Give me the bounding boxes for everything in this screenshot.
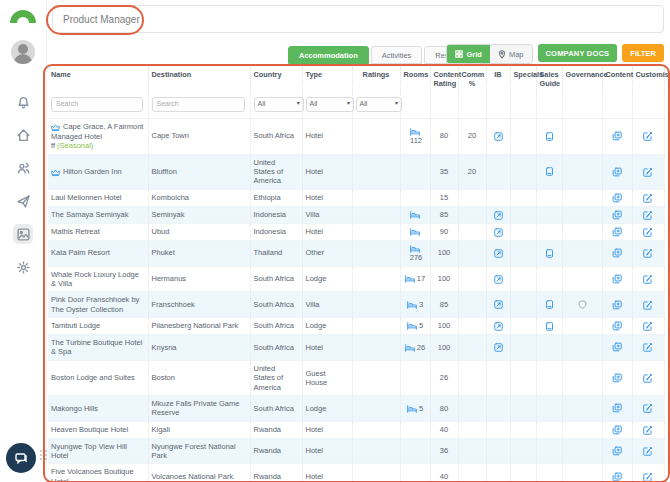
customise-cell[interactable] [632,318,664,335]
rooms-count: 26 [417,343,425,352]
customise-cell[interactable] [632,395,664,421]
customise-cell[interactable] [632,266,664,292]
ib-cell[interactable] [486,318,510,335]
column-header-governance[interactable]: Governance [562,67,602,93]
country-cell: Rwanda [250,438,302,464]
sales-guide-cell[interactable] [536,118,562,154]
ib-cell[interactable] [486,292,510,318]
hotel-name-cell[interactable]: The Turbine Boutique Hotel & Spa [48,335,148,361]
type-select[interactable]: All▾ [306,97,354,112]
table-row: Nyungwe Top View Hill HotelNyungwe Fores… [48,438,664,464]
customise-cell[interactable] [632,118,664,154]
content-cell[interactable] [602,421,632,438]
column-header-comm-[interactable]: Comm % [458,67,486,93]
search-input[interactable]: Product Manager [52,5,664,33]
chat-icon[interactable] [6,443,36,473]
customise-cell[interactable] [632,292,664,318]
customise-cell[interactable] [632,189,664,206]
gallery-icon[interactable] [13,224,33,244]
content-cell[interactable] [602,154,632,189]
hotel-name-cell[interactable]: Boston Lodge and Suites [48,360,148,395]
sales-guide-cell[interactable] [536,318,562,335]
avatar[interactable] [11,40,35,64]
sales-guide-cell[interactable] [536,240,562,266]
column-header-ib[interactable]: IB [486,67,510,93]
column-header-destination[interactable]: Destination [148,67,250,93]
home-icon[interactable] [13,125,33,145]
customise-cell[interactable] [632,240,664,266]
users-icon[interactable] [13,158,33,178]
content-cell[interactable] [602,360,632,395]
tab-activities[interactable]: Activities [371,46,423,64]
hotel-name-cell[interactable]: Mathis Retreat [48,223,148,240]
content-cell[interactable] [602,223,632,240]
hotel-name-cell[interactable]: Nyungwe Top View Hill Hotel [48,438,148,464]
hotel-name-cell[interactable]: Laul Melionnen Hotel [48,189,148,206]
hotel-name-cell[interactable]: The Samaya Seminyak [48,206,148,223]
sales-guide-cell[interactable] [536,154,562,189]
hotel-name-cell[interactable]: Heaven Boutique Hotel [48,421,148,438]
column-header-customise[interactable]: Customise [632,67,664,93]
ib-cell[interactable] [486,240,510,266]
ib-cell[interactable] [486,206,510,223]
drag-handle[interactable] [40,450,48,460]
hotel-name-cell[interactable]: Hilton Garden Inn [48,154,148,189]
content-cell[interactable] [602,266,632,292]
destination-search-input[interactable]: Search [152,97,245,112]
hotel-name-cell[interactable]: Cape Grace, A Fairmont Managed Hotel ff(… [48,118,148,154]
grid-view-button[interactable]: Grid [447,45,489,63]
hotel-name: Nyungwe Top View Hill Hotel [51,442,127,460]
content-cell[interactable] [602,395,632,421]
filter-button[interactable]: FILTER [622,44,664,62]
column-header-content[interactable]: Content [602,67,632,93]
column-header-ratings[interactable]: Ratings [352,67,400,93]
content-icon [612,193,622,202]
customise-cell[interactable] [632,360,664,395]
hotel-name-cell[interactable]: Kata Palm Resort [48,240,148,266]
hotel-name-cell[interactable]: Five Volcanoes Boutique Hotel [48,464,148,482]
column-header-type[interactable]: Type [302,67,352,93]
country-select[interactable]: All▾ [254,97,304,112]
customise-cell[interactable] [632,421,664,438]
customise-cell[interactable] [632,438,664,464]
content-cell[interactable] [602,438,632,464]
column-header-country[interactable]: Country [250,67,302,93]
content-cell[interactable] [602,118,632,154]
app-window: Product Manager Accommodation Activities… [0,0,670,482]
column-header-content-rating[interactable]: Content Rating [430,67,458,93]
customise-cell[interactable] [632,154,664,189]
content-cell[interactable] [602,206,632,223]
content-cell[interactable] [602,318,632,335]
name-search-input[interactable]: Search [51,97,143,112]
company-docs-button[interactable]: COMPANY DOCS [538,44,618,62]
ib-cell[interactable] [486,118,510,154]
gear-icon[interactable] [13,257,33,277]
content-cell[interactable] [602,335,632,361]
content-cell[interactable] [602,240,632,266]
customise-cell[interactable] [632,223,664,240]
bell-icon[interactable] [13,92,33,112]
column-header-specials[interactable]: Specials [510,67,536,93]
column-header-name[interactable]: Name [48,67,148,93]
customise-cell[interactable] [632,206,664,223]
customise-cell[interactable] [632,464,664,482]
hotel-name-cell[interactable]: Pink Door Franschhoek by The Oyster Coll… [48,292,148,318]
column-header-rooms[interactable]: Rooms [400,67,430,93]
send-icon[interactable] [13,191,33,211]
map-view-button[interactable]: Map [490,45,532,63]
content-cell[interactable] [602,292,632,318]
ratings-select[interactable]: All▾ [356,97,403,112]
content-cell[interactable] [602,189,632,206]
ib-cell[interactable] [486,223,510,240]
customise-cell[interactable] [632,335,664,361]
column-header-sales-guide[interactable]: Sales Guide [536,67,562,93]
hotel-name-cell[interactable]: Makongo Hills [48,395,148,421]
tab-accommodation[interactable]: Accommodation [288,46,369,64]
sales-guide-cell[interactable] [536,292,562,318]
ib-cell[interactable] [486,266,510,292]
governance-cell[interactable] [562,292,602,318]
content-cell[interactable] [602,464,632,482]
ib-cell[interactable] [486,335,510,361]
hotel-name-cell[interactable]: Tambuti Lodge [48,318,148,335]
hotel-name-cell[interactable]: Whale Rock Luxury Lodge & Villa [48,266,148,292]
